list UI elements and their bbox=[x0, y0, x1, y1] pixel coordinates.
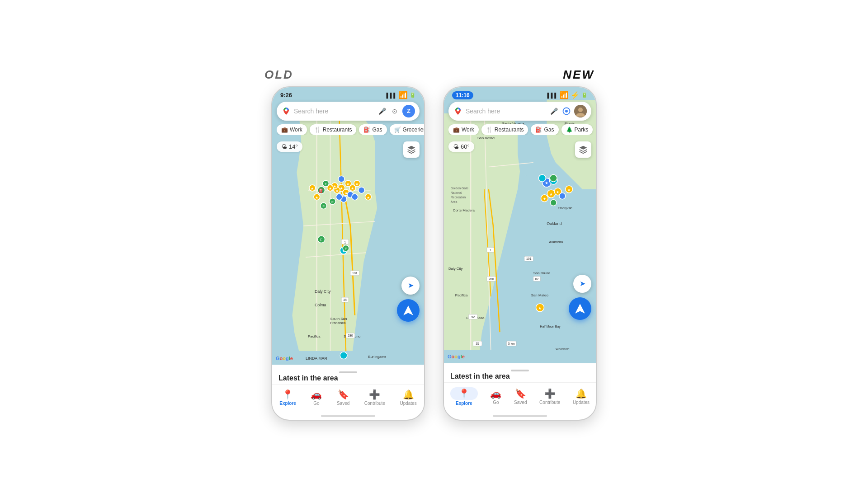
lens-search-icon[interactable]: ⊙ bbox=[390, 106, 400, 116]
new-explore-icon: 📍 bbox=[458, 388, 470, 399]
old-search-icons: 🎤 ⊙ Z bbox=[377, 105, 415, 117]
groceries-chip-icon: 🛒 bbox=[394, 127, 401, 133]
voice-search-icon[interactable]: 🎤 bbox=[377, 106, 387, 116]
svg-point-102 bbox=[559, 192, 566, 199]
svg-point-93 bbox=[539, 174, 546, 182]
svg-text:82: 82 bbox=[535, 277, 539, 280]
svg-point-106 bbox=[550, 174, 557, 182]
new-version-label: NEW bbox=[563, 68, 594, 82]
new-chip-gas[interactable]: ⛽ Gas bbox=[531, 124, 558, 135]
new-restaurants-chip-icon: 🍴 bbox=[486, 127, 493, 133]
old-temperature: 14° bbox=[289, 143, 298, 150]
new-parks-chip-icon: 🌲 bbox=[566, 127, 573, 133]
go-icon: 🚗 bbox=[311, 389, 322, 400]
new-slide-handle bbox=[511, 370, 529, 371]
new-chip-parks-label: Parks bbox=[575, 127, 589, 133]
new-layers-button[interactable] bbox=[575, 141, 591, 158]
svg-text:F: F bbox=[325, 182, 327, 186]
new-chip-parks[interactable]: 🌲 Parks bbox=[561, 124, 593, 135]
svg-point-39 bbox=[338, 176, 344, 182]
svg-text:★: ★ bbox=[567, 188, 571, 192]
chip-groceries-label: Groceries bbox=[403, 127, 425, 133]
new-wifi-icon: 📶 bbox=[560, 91, 569, 99]
svg-text:★: ★ bbox=[329, 186, 332, 190]
new-chip-work[interactable]: 💼 Work bbox=[448, 124, 479, 135]
old-google-logo: Google bbox=[276, 356, 293, 361]
svg-text:Golden Gate: Golden Gate bbox=[451, 186, 468, 189]
svg-text:Emeryville: Emeryville bbox=[558, 206, 572, 210]
new-voice-search-icon[interactable]: 🎤 bbox=[549, 106, 559, 116]
new-nav-contribute[interactable]: ➕ Contribute bbox=[536, 386, 564, 407]
new-map-area[interactable]: Corte Madera Daly City Pacifica El Grana… bbox=[444, 87, 596, 363]
old-nav-go[interactable]: 🚗 Go bbox=[307, 387, 326, 408]
new-location-button[interactable]: ➤ bbox=[573, 275, 591, 293]
page-container: OLD NEW bbox=[0, 0, 868, 488]
old-location-button[interactable]: ➤ bbox=[401, 277, 420, 295]
chip-gas[interactable]: ⛽ Gas bbox=[359, 124, 387, 135]
old-nav-updates[interactable]: 🔔 Updates bbox=[396, 387, 420, 408]
maps-logo bbox=[281, 106, 291, 116]
explore-pill: 📍 bbox=[450, 387, 478, 400]
svg-text:LINDA MAR: LINDA MAR bbox=[306, 356, 327, 361]
svg-text:Woodside: Woodside bbox=[556, 347, 570, 350]
svg-text:280: 280 bbox=[489, 277, 494, 280]
svg-point-61 bbox=[285, 109, 288, 111]
svg-text:1: 1 bbox=[344, 240, 346, 244]
old-version-label: OLD bbox=[264, 68, 293, 82]
old-map-area[interactable]: Daly City Colma South San Francisco Paci… bbox=[272, 87, 424, 365]
new-chips-row: 💼 Work 🍴 Restaurants ⛽ Gas 🌲 Parks bbox=[448, 124, 596, 135]
new-nav-explore[interactable]: 📍 Explore bbox=[447, 385, 481, 408]
old-search-placeholder: Search here bbox=[294, 108, 374, 115]
new-search-bar[interactable]: Search here 🎤 bbox=[448, 102, 591, 121]
new-maps-logo bbox=[453, 106, 463, 116]
user-avatar[interactable]: Z bbox=[402, 105, 415, 117]
new-navigate-fab[interactable] bbox=[569, 297, 591, 320]
old-weather-icon: 🌤 bbox=[281, 143, 287, 150]
new-home-indicator bbox=[493, 415, 547, 417]
svg-text:San Mateo: San Mateo bbox=[531, 293, 549, 297]
new-saved-label: Saved bbox=[514, 400, 527, 405]
svg-text:Daly City: Daly City bbox=[315, 289, 331, 294]
new-chip-work-label: Work bbox=[462, 127, 474, 133]
new-nav-saved[interactable]: 🔖 Saved bbox=[510, 386, 530, 407]
new-lightning-icon: ⚡ bbox=[571, 91, 580, 99]
svg-text:Alameda: Alameda bbox=[549, 239, 563, 244]
svg-point-41 bbox=[336, 193, 342, 200]
svg-text:Pacifica: Pacifica bbox=[455, 293, 468, 297]
old-search-bar[interactable]: Search here 🎤 ⊙ Z bbox=[277, 102, 420, 121]
svg-text:★: ★ bbox=[311, 186, 314, 190]
new-battery-icon: 🔋 bbox=[581, 92, 588, 98]
svg-text:★: ★ bbox=[355, 182, 359, 186]
old-chips-row: 💼 Work 🍴 Restaurants ⛽ Gas 🛒 Groceries bbox=[277, 124, 424, 135]
contribute-icon: ➕ bbox=[369, 389, 380, 400]
chip-work[interactable]: 💼 Work bbox=[277, 124, 307, 135]
old-navigate-fab[interactable] bbox=[397, 299, 420, 322]
new-nav-updates[interactable]: 🔔 Updates bbox=[569, 386, 593, 407]
chip-restaurants-label: Restaurants bbox=[323, 127, 352, 133]
old-layers-button[interactable] bbox=[403, 141, 420, 158]
new-user-avatar[interactable] bbox=[574, 105, 587, 117]
old-latest-area: Latest in the area bbox=[272, 365, 424, 384]
svg-text:101: 101 bbox=[526, 257, 532, 260]
old-status-icons: ▌▌▌ 📶 🔋 bbox=[387, 91, 416, 99]
saved-icon: 🔖 bbox=[338, 389, 349, 400]
svg-text:35: 35 bbox=[476, 342, 479, 345]
old-nav-explore[interactable]: 📍 Explore bbox=[276, 387, 300, 408]
svg-text:Oakland: Oakland bbox=[547, 221, 561, 225]
contribute-label: Contribute bbox=[364, 401, 385, 406]
svg-text:F: F bbox=[320, 237, 323, 242]
new-chip-restaurants-label: Restaurants bbox=[495, 127, 524, 133]
new-go-label: Go bbox=[493, 400, 499, 405]
new-nav-go[interactable]: 🚗 Go bbox=[486, 386, 505, 407]
chip-restaurants[interactable]: 🍴 Restaurants bbox=[310, 124, 357, 135]
explore-label: Explore bbox=[279, 401, 296, 406]
labels-row: OLD NEW bbox=[264, 68, 594, 82]
new-chip-restaurants[interactable]: 🍴 Restaurants bbox=[481, 124, 528, 135]
new-updates-icon: 🔔 bbox=[576, 388, 587, 399]
new-latest-text: Latest in the area bbox=[450, 372, 510, 380]
new-lens-search-icon[interactable] bbox=[561, 106, 571, 116]
old-nav-contribute[interactable]: ➕ Contribute bbox=[361, 387, 389, 408]
old-nav-saved[interactable]: 🔖 Saved bbox=[333, 387, 353, 408]
old-weather-badge: 🌤 14° bbox=[277, 141, 302, 152]
chip-groceries[interactable]: 🛒 Groceries bbox=[390, 124, 425, 135]
